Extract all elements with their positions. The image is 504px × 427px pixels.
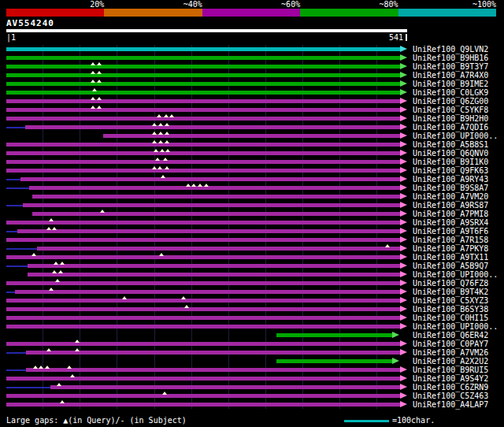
alignment-bar[interactable] [6,73,400,77]
alignment-bar[interactable] [28,264,400,268]
alignment-bar[interactable] [276,359,392,363]
alignment-bar[interactable] [32,212,400,216]
alignment-bar[interactable] [276,333,392,337]
hit-label[interactable]: UniRef100_C5XYZ3 [413,296,488,305]
hit-label[interactable]: UniRef100_C6ZRN9 [413,383,488,392]
hit-label[interactable]: UniRef100_A7R158 [413,236,488,244]
hit-label[interactable]: UniRef100_Q9LVN2 [413,45,488,54]
hit-label[interactable]: UniRef100_A9S4Y2 [413,374,488,383]
hit-label[interactable]: UniRef100_A5B9Q7 [413,262,488,270]
alignment-bar[interactable] [6,117,400,121]
alignment-bar[interactable] [6,65,400,69]
alignment-bar[interactable] [103,134,400,138]
hit-label[interactable]: UniRef100_A9SRX4 [413,218,488,227]
hit-label[interactable]: UniRef100_Q9FK63 [413,166,488,175]
gap-marker-icon [97,71,102,74]
hit-label[interactable]: UniRef100_A7QDI6 [413,123,488,132]
alignment-bar[interactable] [23,203,400,207]
gap-marker-icon [161,175,165,178]
alignment-bar[interactable] [15,290,400,294]
hit-label[interactable]: UniRef100_B9HB16 [413,54,488,62]
alignment-bar[interactable] [6,151,400,155]
hit-label[interactable]: UniRef100_A7VM26 [413,348,488,357]
gap-marker-icon [165,123,169,126]
hit-label[interactable]: UniRef100_A7R4X0 [413,71,488,80]
gap-marker-icon [55,279,60,282]
alignment-bar[interactable] [37,247,400,251]
alignment-bar[interactable] [6,47,400,51]
hit-label[interactable]: UniRef100_UPI000.. [413,322,498,331]
alignment-bar[interactable] [6,99,400,103]
hit-label[interactable]: UniRef100_UPI000.. [413,132,498,140]
hit-label[interactable]: UniRef100_A9T6F6 [413,227,488,236]
alignment-bar[interactable] [32,195,400,199]
hit-label[interactable]: UniRef100_C0PAY7 [413,340,488,348]
alignment-bar[interactable] [6,394,400,398]
hit-label[interactable]: UniRef100_B9S8A7 [413,184,488,192]
hit-label[interactable]: UniRef100_B9IME2 [413,80,488,88]
alignment-row: UniRef100_A4LAP7 [0,400,504,409]
hit-label[interactable]: UniRef100_B9T3Y7 [413,62,488,71]
gap-marker-icon [152,132,157,135]
hit-label[interactable]: UniRef100_B6SY38 [413,305,488,314]
hit-label[interactable]: UniRef100_A4LAP7 [413,400,488,409]
alignment-bar[interactable] [6,403,400,407]
alignment-bar[interactable] [20,177,400,181]
alignment-bar[interactable] [6,255,400,259]
alignment-bar[interactable] [17,229,400,233]
hit-label[interactable]: UniRef100_Q76FZ8 [413,279,488,288]
hit-label[interactable]: UniRef100_B9RUI5 [413,366,488,374]
gap-marker-icon [157,114,161,117]
alignment-bar[interactable] [6,56,400,60]
hit-label[interactable]: UniRef100_B9I1K0 [413,158,488,166]
alignment-bar[interactable] [6,377,400,381]
alignment-bar[interactable] [6,221,400,225]
alignment-bar[interactable] [29,186,400,190]
alignment-bar[interactable] [6,91,400,95]
hit-label[interactable]: UniRef100_A7PMI8 [413,210,488,218]
hit-label[interactable]: UniRef100_A9TX11 [413,253,488,262]
alignment-bar[interactable] [6,342,400,346]
alignment-bar[interactable] [6,299,400,303]
gap-marker-icon [152,166,157,169]
alignment-arrowhead-icon [400,63,407,69]
alignment-bar[interactable] [6,307,400,311]
alignment-bar[interactable] [6,169,400,173]
gap-marker-icon [91,62,95,65]
alignment-bar[interactable] [50,385,400,389]
hit-label[interactable]: UniRef100_UPI000.. [413,270,498,279]
hit-label[interactable]: UniRef100_A5B8S1 [413,140,488,149]
alignment-bar[interactable] [6,238,400,242]
alignment-bar[interactable] [26,368,400,372]
hit-label[interactable]: UniRef100_C5Z463 [413,392,488,400]
connector-line [6,352,26,354]
alignment-bar[interactable] [25,125,400,129]
identity-scale-label: 20% [90,0,104,9]
alignment-bar[interactable] [6,108,400,112]
alignment-bar[interactable] [6,82,400,86]
hit-label[interactable]: UniRef100_A9RY43 [413,175,488,184]
hit-label[interactable]: UniRef100_Q6ER42 [413,331,488,340]
hit-label[interactable]: UniRef100_B9H2H0 [413,114,488,123]
alignment-arrowhead-icon [400,254,407,260]
blast-alignment-graphic: 20%~40%~60%~80%~100% AV554240 |1 541 Uni… [0,0,504,427]
hit-label[interactable]: UniRef100_C5YKF8 [413,106,488,114]
alignment-bar[interactable] [6,143,400,147]
hit-label[interactable]: UniRef100_C0HI15 [413,314,488,322]
hit-label[interactable]: UniRef100_B9T4K2 [413,288,488,296]
alignment-bar[interactable] [6,281,400,285]
hit-label[interactable]: UniRef100_A2X2U2 [413,357,488,366]
alignment-arrowhead-icon [400,124,407,130]
hit-label[interactable]: UniRef100_Q6ZG00 [413,97,488,106]
hit-label[interactable]: UniRef100_Q6QNV0 [413,149,488,158]
alignment-bar[interactable] [6,316,400,320]
alignment-bar[interactable] [26,351,400,355]
alignment-bar[interactable] [6,325,400,329]
hit-label[interactable]: UniRef100_A7VM20 [413,192,488,201]
alignment-bar[interactable] [6,160,400,164]
hit-label[interactable]: UniRef100_A9RS87 [413,201,488,210]
hit-label[interactable]: UniRef100_A7PKY8 [413,244,488,253]
alignment-row: UniRef100_C5XYZ3 [0,296,504,305]
alignment-bar[interactable] [28,273,400,277]
hit-label[interactable]: UniRef100_C0LGK9 [413,88,488,97]
